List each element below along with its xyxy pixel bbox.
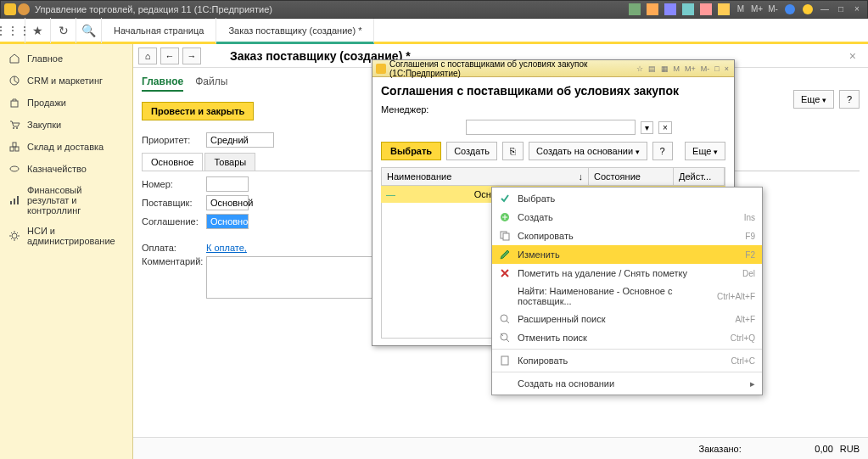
ctx-cancel-search[interactable]: Отменить поискCtrl+Q — [492, 328, 762, 347]
home-icon — [8, 53, 20, 64]
ctx-select[interactable]: Выбрать — [492, 189, 762, 208]
dlg-ctrl-3[interactable]: ▦ — [659, 64, 670, 73]
ctx-delete-mark[interactable]: Пометить на удаление / Снять пометкуDel — [492, 264, 762, 283]
dlg-close[interactable]: × — [723, 64, 731, 73]
window-titlebar: Управление торговлей, редакция 11 (1С:Пр… — [0, 0, 868, 19]
dlg-m[interactable]: M — [672, 64, 682, 73]
tab-home[interactable]: Начальная страница — [102, 18, 216, 43]
svg-rect-22 — [503, 233, 509, 240]
ctx-create[interactable]: СоздатьIns — [492, 208, 762, 227]
subtab-basic[interactable]: Основное — [142, 153, 203, 171]
tb-icon-6[interactable] — [718, 3, 730, 15]
dlg-ctrl-2[interactable]: ▤ — [647, 64, 658, 73]
plus-icon — [499, 211, 511, 223]
m-plus-button[interactable]: M+ — [750, 3, 764, 15]
tb-icon-2[interactable] — [647, 3, 658, 15]
titlebar-toolbar: M M+ M- — □ × — [627, 3, 864, 15]
sidebar-item-treasury[interactable]: Казначейство — [0, 158, 132, 180]
ctx-find[interactable]: Найти: Наименование - Основное с поставщ… — [492, 283, 762, 310]
svg-rect-18 — [17, 196, 19, 204]
dialog-more-button[interactable]: Еще — [685, 142, 725, 160]
create-based-button[interactable]: Создать на основании — [529, 142, 647, 160]
info-icon[interactable] — [784, 3, 796, 15]
ctx-adv-search[interactable]: Расширенный поискAlt+F — [492, 310, 762, 328]
tb-icon-4[interactable] — [682, 3, 694, 15]
pencil-icon — [499, 249, 511, 260]
tb-icon-5[interactable] — [700, 3, 712, 15]
post-close-button[interactable]: Провести и закрыть — [142, 102, 254, 120]
dlg-mm[interactable]: M- — [699, 64, 712, 73]
col-name[interactable]: Наименование↓ — [382, 168, 589, 185]
tb-icon-1[interactable] — [629, 3, 641, 15]
sidebar-item-admin[interactable]: НСИ и администрирование — [0, 221, 132, 251]
subtab-goods[interactable]: Товары — [204, 153, 255, 171]
m-button[interactable]: M — [734, 3, 748, 15]
dlg-max[interactable]: □ — [713, 64, 720, 73]
supplier-field[interactable]: Основной — [206, 195, 249, 210]
create-button[interactable]: Создать — [446, 142, 497, 160]
maximize-button[interactable]: □ — [834, 3, 848, 15]
priority-field[interactable]: Средний — [206, 132, 274, 148]
help-icon[interactable] — [802, 3, 814, 15]
svg-rect-3 — [682, 3, 694, 15]
boxes-icon — [8, 141, 20, 153]
minimize-button[interactable]: — — [818, 3, 832, 15]
close-button[interactable]: × — [850, 3, 864, 15]
ctx-edit[interactable]: ИзменитьF2 — [492, 245, 762, 264]
tb-icon-3[interactable] — [664, 3, 676, 15]
number-field[interactable] — [206, 176, 249, 192]
comment-label: Комментарий: — [142, 256, 201, 266]
manager-label: Менеджер: — [381, 104, 428, 115]
doc-tab-main[interactable]: Главное — [142, 73, 183, 92]
forward-button[interactable]: → — [182, 48, 201, 64]
document-close-button[interactable]: × — [849, 49, 863, 63]
sidebar-item-main[interactable]: Главное — [0, 48, 132, 70]
select-button[interactable]: Выбрать — [381, 142, 441, 160]
col-state[interactable]: Состояние — [589, 168, 674, 185]
payment-link[interactable]: К оплате, — [206, 243, 247, 253]
magnifier-icon — [499, 313, 511, 325]
tab-order[interactable]: Заказ поставщику (создание) * — [216, 19, 374, 44]
help-button[interactable]: ? — [839, 90, 860, 109]
doc-tab-files[interactable]: Файлы — [195, 73, 227, 92]
history-icon[interactable]: ↻ — [51, 18, 76, 43]
svg-point-6 — [785, 4, 795, 14]
grid-header: Наименование↓ Состояние Дейст... — [381, 167, 725, 186]
sidebar-item-purchases[interactable]: Закупки — [0, 114, 132, 136]
comment-field[interactable] — [206, 256, 376, 299]
dlg-ctrl-1[interactable]: ☆ — [635, 64, 645, 73]
copy-icon-button[interactable]: ⎘ — [502, 142, 524, 160]
sidebar-item-warehouse[interactable]: Склад и доставка — [0, 136, 132, 158]
home-button[interactable]: ⌂ — [138, 48, 157, 64]
sidebar-item-fin[interactable]: Финансовый результат и контроллинг — [0, 180, 132, 221]
dialog-titlebar: Соглашения с поставщиками об условиях за… — [372, 60, 734, 77]
manager-clear-button[interactable]: × — [658, 121, 672, 134]
apps-icon[interactable]: ⋮⋮⋮ — [0, 18, 25, 43]
ctx-copy[interactable]: СкопироватьF9 — [492, 227, 762, 245]
sidebar-item-crm[interactable]: CRM и маркетинг — [0, 70, 132, 92]
col-valid[interactable]: Дейст... — [674, 168, 725, 185]
svg-rect-25 — [501, 356, 508, 365]
back-button[interactable]: ← — [160, 48, 179, 64]
sidebar-label: Казначейство — [27, 164, 87, 174]
search-icon[interactable]: 🔍 — [76, 18, 102, 43]
m-minus-button[interactable]: M- — [766, 3, 780, 15]
magnifier-x-icon — [499, 332, 511, 344]
sidebar-item-sales[interactable]: Продажи — [0, 92, 132, 114]
payment-label: Оплата: — [142, 243, 201, 253]
manager-dropdown-button[interactable]: ▾ — [641, 121, 653, 134]
priority-label: Приоритет: — [142, 135, 201, 145]
submenu-arrow-icon: ▸ — [750, 378, 755, 389]
star-icon[interactable]: ★ — [25, 18, 51, 43]
dlg-mp[interactable]: M+ — [683, 64, 697, 73]
dialog-help-button[interactable]: ? — [652, 142, 673, 160]
context-menu: Выбрать СоздатьIns СкопироватьF9 Изменит… — [491, 187, 763, 395]
ctx-clipboard-copy[interactable]: КопироватьCtrl+C — [492, 349, 762, 370]
agreement-field[interactable]: Основное — [206, 214, 249, 229]
more-button[interactable]: Еще — [793, 90, 834, 109]
cart-icon — [8, 119, 20, 131]
ctx-create-based[interactable]: Создать на основании▸ — [492, 372, 762, 393]
ordered-label: Заказано: — [699, 444, 742, 454]
app-icon — [4, 3, 16, 15]
manager-field[interactable] — [466, 120, 636, 135]
